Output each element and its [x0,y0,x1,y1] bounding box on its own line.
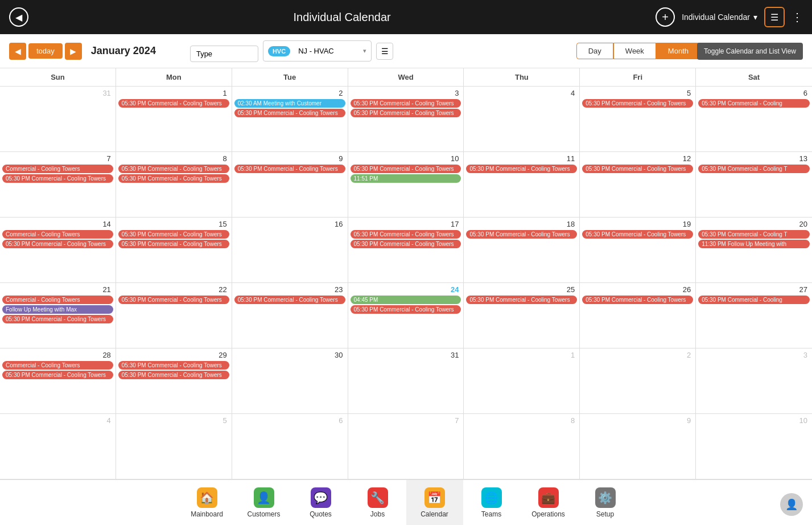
event[interactable]: 05:30 PM Commercial - Cooling Towers [234,296,345,304]
user-avatar[interactable]: 👤 [780,493,803,516]
nav-mainboard[interactable]: 🏠 Mainboard [179,480,236,526]
nav-jobs[interactable]: 🔧 Jobs [349,480,406,526]
event[interactable]: 05:30 PM Commercial - Cooling Towers [2,240,113,248]
setup-icon: ⚙️ [595,487,616,508]
location-chevron-icon: ▾ [363,47,366,55]
event[interactable]: 05:30 PM Commercial - Cooling Towers [118,99,229,108]
header-mon: Mon [116,68,232,86]
event[interactable]: 05:30 PM Commercial - Cooling Towers [351,305,461,314]
mainboard-icon: 🏠 [197,487,217,508]
event[interactable]: 05:30 PM Commercial - Cooling Towers [351,109,461,117]
back-button[interactable]: ◀ [9,7,28,27]
event[interactable]: 05:30 PM Commercial - Cooling [698,99,810,108]
event[interactable]: Follow Up Meeting with Max [2,305,113,314]
event[interactable]: Commercial - Cooling Towers [2,230,113,239]
cal-cell: 19 05:30 PM Commercial - Cooling Towers [580,218,696,282]
event[interactable]: 05:30 PM Commercial - Cooling Towers [351,230,461,239]
event[interactable]: 05:30 PM Commercial - Cooling T [698,230,810,239]
week-view-button[interactable]: Week [613,43,656,59]
cal-cell: 8 [464,414,580,479]
event[interactable]: 05:30 PM Commercial - Cooling Towers [2,371,113,379]
prev-button[interactable]: ◀ [9,43,26,60]
day-view-button[interactable]: Day [576,43,613,59]
cal-cell: 20 05:30 PM Commercial - Cooling T 11:30… [696,218,812,282]
event[interactable]: 05:30 PM Commercial - Cooling Towers [466,165,577,173]
toggle-calendar-list-button[interactable]: Toggle Calendar and List View [697,43,803,60]
event[interactable]: 05:30 PM Commercial - Cooling Towers [466,296,577,304]
cal-cell: 6 [232,414,348,479]
location-select[interactable]: NJ - HVAC [292,43,361,59]
event[interactable]: 02:30 AM Meeting with Customer [234,99,345,108]
cal-cell: 1 05:30 PM Commercial - Cooling Towers [116,87,232,151]
cal-cell: 28 Commercial - Cooling Towers 05:30 PM … [0,348,116,413]
event[interactable]: 05:30 PM Commercial - Cooling Towers [2,174,113,183]
event[interactable]: 05:30 PM Commercial - Cooling Towers [351,240,461,248]
bottom-nav: 🏠 Mainboard 👤 Customers 💬 Quotes 🔧 Jobs … [0,479,812,525]
cal-cell: 6 05:30 PM Commercial - Cooling [696,87,812,151]
cal-cell: 18 05:30 PM Commercial - Cooling Towers [464,218,580,282]
nav-quotes[interactable]: 💬 Quotes [292,480,349,526]
event[interactable]: 05:30 PM Commercial - Cooling Towers [118,240,229,248]
cal-cell: 10 [696,414,812,479]
cal-cell: 23 05:30 PM Commercial - Cooling Towers [232,283,348,348]
event[interactable]: 05:30 PM Commercial - Cooling Towers [2,315,113,323]
event[interactable]: 05:30 PM Commercial - Cooling Towers [351,99,461,108]
event[interactable]: Commercial - Cooling Towers [2,165,113,173]
calendar-container: Sun Mon Tue Wed Thu Fri Sat 31 1 05:30 P… [0,68,812,479]
cal-cell: 8 05:30 PM Commercial - Cooling Towers 0… [116,152,232,217]
cal-cell: 9 [580,414,696,479]
nav-quotes-label: Quotes [310,510,332,518]
nav-setup[interactable]: ⚙️ Setup [577,480,634,526]
calendar-header: Sun Mon Tue Wed Thu Fri Sat [0,68,812,87]
next-button[interactable]: ▶ [65,43,82,60]
event[interactable]: Commercial - Cooling Towers [2,296,113,304]
event[interactable]: 05:30 PM Commercial - Cooling Towers [118,296,229,304]
event[interactable]: 05:30 PM Commercial - Cooling Towers [234,109,345,117]
event[interactable]: 05:30 PM Commercial - Cooling T [698,165,810,173]
quotes-icon: 💬 [311,487,331,508]
event[interactable]: 11:51 PM [351,174,461,183]
chevron-down-icon: ▾ [753,13,757,22]
event[interactable]: 05:30 PM Commercial - Cooling Towers [118,174,229,183]
header-sun: Sun [0,68,116,86]
cal-row-4: 21 Commercial - Cooling Towers Follow Up… [0,283,812,348]
event[interactable]: 04:45 PM [351,296,461,304]
operations-icon: 💼 [538,487,559,508]
cal-cell: 15 05:30 PM Commercial - Cooling Towers … [116,218,232,282]
list-icon-button[interactable]: ☰ [376,43,393,60]
cal-cell: 21 Commercial - Cooling Towers Follow Up… [0,283,116,348]
nav-calendar[interactable]: 📅 Calendar [406,480,463,526]
event[interactable]: 05:30 PM Commercial - Cooling Towers [118,371,229,379]
location-group: HVC NJ - HVAC ▾ [263,40,372,61]
event[interactable]: 05:30 PM Commercial - Cooling Towers [582,99,693,108]
event[interactable]: 05:30 PM Commercial - Cooling Towers [118,361,229,370]
nav-customers[interactable]: 👤 Customers [236,480,292,526]
event[interactable]: 05:30 PM Commercial - Cooling Towers [582,230,693,239]
month-view-button[interactable]: Month [656,43,700,59]
cal-cell: 22 05:30 PM Commercial - Cooling Towers [116,283,232,348]
event[interactable]: 05:30 PM Commercial - Cooling Towers [118,230,229,239]
event[interactable]: 05:30 PM Commercial - Cooling Towers [582,296,693,304]
calendar-dropdown[interactable]: Individual Calendar ▾ [682,13,757,22]
event[interactable]: 05:30 PM Commercial - Cooling Towers [466,230,577,239]
nav-setup-label: Setup [596,510,614,518]
nav-teams[interactable]: 🌐 Teams [463,480,520,526]
nav-operations[interactable]: 💼 Operations [520,480,577,526]
top-bar: ◀ Individual Calendar + Individual Calen… [0,0,812,34]
nav-jobs-label: Jobs [370,510,385,518]
cal-cell: 7 [348,414,464,479]
add-button[interactable]: + [656,7,675,27]
event[interactable]: 05:30 PM Commercial - Cooling Towers [351,165,461,173]
event[interactable]: 05:30 PM Commercial - Cooling [698,296,810,304]
cal-cell: 2 [580,348,696,413]
event[interactable]: 05:30 PM Commercial - Cooling Towers [582,165,693,173]
cal-cell: 10 05:30 PM Commercial - Cooling Towers … [348,152,464,217]
event[interactable]: Commercial - Cooling Towers [2,361,113,370]
today-button[interactable]: today [28,43,63,59]
type-select[interactable]: Type [190,46,258,62]
event[interactable]: 05:30 PM Commercial - Cooling Towers [118,165,229,173]
event[interactable]: 11:30 PM Follow Up Meeting with [698,240,810,248]
more-button[interactable]: ⋮ [792,10,803,24]
list-view-button[interactable]: ☰ [764,7,785,27]
event[interactable]: 05:30 PM Commercial - Cooling Towers [234,165,345,173]
